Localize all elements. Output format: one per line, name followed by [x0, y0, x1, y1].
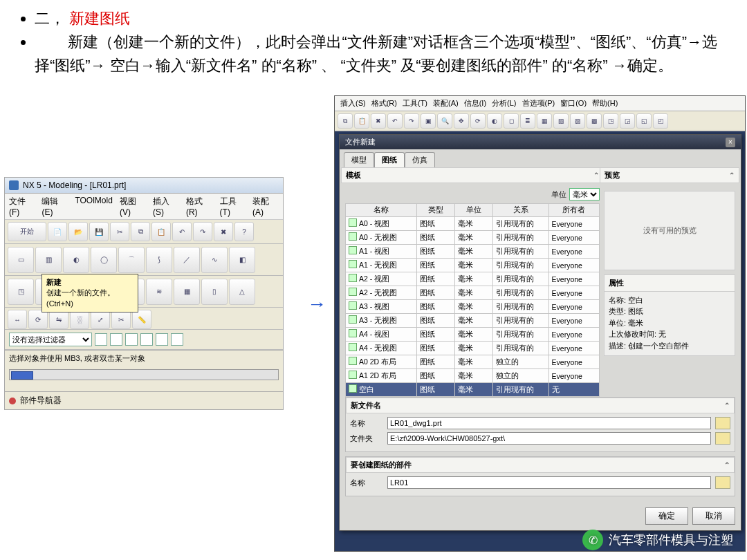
selection-filter-bar[interactable]: 没有选择过滤器	[5, 330, 283, 350]
filter-lasso-icon[interactable]	[156, 333, 168, 346]
revolve-icon[interactable]: ◐	[63, 247, 89, 273]
nx-menubar[interactable]: 文件(F) 编辑(E) TOOlMold 视图(V) 插入(S) 格式(R) 工…	[5, 194, 283, 220]
sketch-icon[interactable]: ▭	[8, 247, 34, 273]
close-icon[interactable]: ×	[726, 138, 735, 147]
ricon-copy[interactable]: ⧉	[338, 113, 353, 129]
delete-icon[interactable]: ✖	[214, 222, 233, 241]
line-icon[interactable]: ／	[174, 247, 200, 273]
ricon-zoom[interactable]: 🔍	[437, 113, 452, 129]
scale-icon[interactable]: ⤢	[91, 310, 110, 329]
surface-icon[interactable]: ◧	[229, 247, 255, 273]
table-row[interactable]: A2 - 无视图图纸毫米引用现有的Everyone	[346, 286, 600, 300]
ricon-paste[interactable]: 📋	[354, 113, 369, 129]
menu-edit[interactable]: 编辑(E)	[42, 196, 68, 217]
filter-pick-icon[interactable]	[95, 333, 107, 346]
units-dropdown[interactable]: 毫米	[569, 188, 600, 200]
chevron-up-icon[interactable]: ⌃	[593, 171, 599, 179]
ok-button[interactable]: 确定	[645, 507, 688, 525]
rmenu-assembly[interactable]: 装配(A)	[433, 98, 459, 109]
ricon-box3[interactable]: ▨	[570, 113, 585, 129]
table-row[interactable]: A3 - 无视图图纸毫米引用现有的Everyone	[346, 314, 600, 328]
folder-browse-icon-3[interactable]	[715, 476, 730, 489]
col-rel[interactable]: 关系	[492, 204, 548, 217]
ricon-cube3[interactable]: ◱	[636, 113, 652, 129]
ricon-rot[interactable]: ⟳	[470, 113, 486, 129]
offset-icon[interactable]: ≋	[146, 279, 172, 305]
folder-browse-icon-2[interactable]	[715, 432, 730, 445]
menu-toolmold[interactable]: TOOlMold	[75, 196, 112, 217]
ricon-layer[interactable]: ≣	[520, 113, 535, 129]
copy-icon[interactable]: ⧉	[131, 222, 150, 241]
folder-browse-icon-1[interactable]	[715, 417, 730, 429]
ricon-shade[interactable]: ◐	[487, 113, 502, 129]
section-templates-head[interactable]: 模板 ⌃	[341, 167, 604, 183]
newfile-dir-input[interactable]	[387, 432, 711, 445]
ricon-pan[interactable]: ✥	[454, 113, 469, 129]
chevron-up-icon-4[interactable]: ⌃	[724, 461, 730, 469]
trim-icon[interactable]: ✂	[111, 310, 131, 329]
filter-plus-icon[interactable]	[171, 333, 183, 346]
cancel-button[interactable]: 取消	[692, 507, 735, 525]
rotate-icon[interactable]: ⟳	[28, 310, 48, 329]
menu-format[interactable]: 格式(R)	[186, 196, 213, 217]
paste-icon[interactable]: 📋	[151, 222, 171, 241]
table-row[interactable]: A0 - 无视图图纸毫米引用现有的Everyone	[346, 231, 600, 245]
cone-icon[interactable]: △	[229, 279, 255, 305]
rmenu-tools[interactable]: 工具(T)	[403, 98, 427, 109]
nx-toolbar-feature[interactable]: ▭ ▥ ◐ ◯ ⌒ ⟆ ／ ∿ ◧	[5, 244, 283, 276]
ricon-cube2[interactable]: ◲	[620, 113, 635, 129]
table-row[interactable]: A4 - 视图图纸毫米引用现有的Everyone	[346, 328, 600, 342]
filter-rect-icon[interactable]	[140, 333, 153, 346]
measure-icon[interactable]: 📏	[132, 310, 151, 329]
box-icon[interactable]: ▦	[174, 279, 200, 305]
ricon-fit[interactable]: ▣	[421, 113, 436, 129]
blend-icon[interactable]: ⌒	[118, 247, 145, 273]
datum-plane-icon[interactable]: ◳	[8, 279, 34, 305]
table-row[interactable]: A0 - 视图图纸毫米引用现有的Everyone	[346, 217, 600, 231]
newfile-name-input[interactable]	[387, 417, 711, 429]
filter-dropdown[interactable]: 没有选择过滤器	[9, 333, 92, 346]
arc-icon[interactable]: ⟆	[146, 247, 172, 273]
col-name[interactable]: 名称	[346, 204, 417, 217]
menu-assembly[interactable]: 装配(A)	[252, 196, 279, 217]
menu-insert[interactable]: 插入(S)	[153, 196, 179, 217]
table-row[interactable]: A1 2D 布局图纸毫米独立的Everyone	[346, 369, 600, 383]
horizontal-scrollbar[interactable]	[9, 369, 279, 380]
right-toolbar[interactable]: ⧉ 📋 ✖ ↶ ↷ ▣ 🔍 ✥ ⟳ ◐ ◻ ≣ ▦ ▧ ▨ ▩ ◳ ◲ ◱ ◰	[335, 111, 745, 131]
chevron-up-icon-3[interactable]: ⌃	[724, 402, 730, 409]
menu-view[interactable]: 视图(V)	[120, 196, 146, 217]
pattern-icon[interactable]: ░	[70, 310, 89, 329]
open-icon[interactable]: 📂	[68, 222, 88, 241]
filter-layer-icon[interactable]	[125, 333, 138, 346]
ricon-box4[interactable]: ▩	[587, 113, 602, 129]
table-row[interactable]: A0 2D 布局图纸毫米独立的Everyone	[346, 355, 600, 369]
section-part-head[interactable]: 要创建图纸的部件 ⌃	[346, 457, 735, 473]
rmenu-window[interactable]: 窗口(O)	[560, 98, 587, 109]
tab-sim[interactable]: 仿真	[405, 152, 435, 167]
col-own[interactable]: 所有者	[548, 204, 599, 217]
section-newfile-head[interactable]: 新文件名 ⌃	[346, 398, 735, 413]
rmenu-insert[interactable]: 插入(S)	[340, 98, 366, 109]
cylinder-icon[interactable]: ▯	[201, 279, 228, 305]
mirror-icon[interactable]: ⇋	[49, 310, 68, 329]
rmenu-analyze[interactable]: 分析(L)	[492, 98, 516, 109]
rmenu-prefs[interactable]: 首选项(P)	[522, 98, 555, 109]
table-row[interactable]: 空白图纸毫米引用现有的无	[346, 383, 600, 397]
tab-drawing[interactable]: 图纸	[374, 152, 405, 167]
chevron-up-icon-2[interactable]: ⌃	[729, 171, 735, 179]
ricon-redo[interactable]: ↷	[404, 113, 419, 129]
table-row[interactable]: A1 - 无视图图纸毫米引用现有的Everyone	[346, 259, 600, 272]
curve-icon[interactable]: ∿	[201, 247, 228, 273]
rmenu-info[interactable]: 信息(I)	[464, 98, 486, 109]
extrude-icon[interactable]: ▥	[35, 247, 62, 273]
ricon-undo[interactable]: ↶	[387, 113, 403, 129]
table-row[interactable]: A2 - 视图图纸毫米引用现有的Everyone	[346, 272, 600, 286]
table-row[interactable]: A4 - 无视图图纸毫米引用现有的Everyone	[346, 342, 600, 355]
ricon-wire[interactable]: ◻	[504, 113, 519, 129]
start-menu-button[interactable]: 开始	[8, 222, 46, 241]
table-row[interactable]: A3 - 视图图纸毫米引用现有的Everyone	[346, 300, 600, 314]
tab-model[interactable]: 模型	[344, 152, 374, 167]
ricon-box2[interactable]: ▧	[553, 113, 569, 129]
dialog-titlebar[interactable]: 文件新建 ×	[340, 135, 741, 149]
table-row[interactable]: A1 - 视图图纸毫米引用现有的Everyone	[346, 245, 600, 259]
